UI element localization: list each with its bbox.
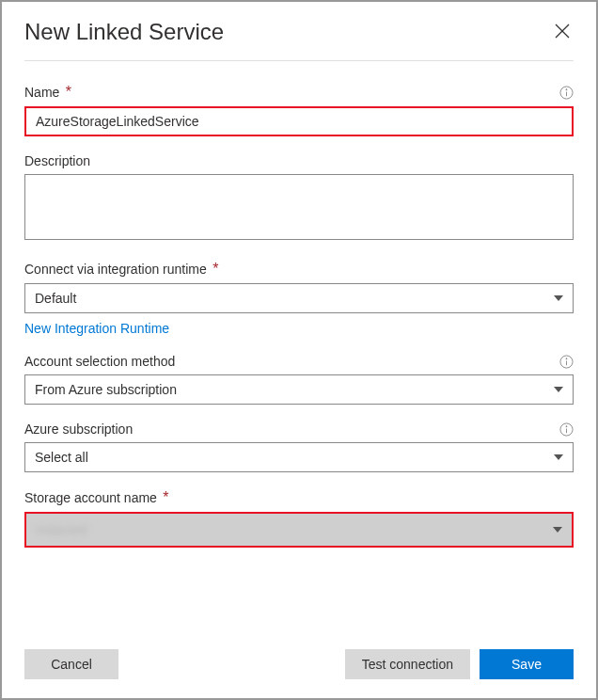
caret-down-icon <box>554 453 563 462</box>
panel-header: New Linked Service <box>24 2 574 61</box>
svg-marker-14 <box>553 527 562 533</box>
subscription-select[interactable]: Select all <box>24 442 574 472</box>
runtime-select[interactable]: Default <box>24 283 574 313</box>
form-body: Name * Description <box>24 61 574 634</box>
info-icon[interactable] <box>559 355 574 369</box>
description-field: Description <box>24 153 574 244</box>
test-connection-button[interactable]: Test connection <box>345 649 470 679</box>
account-method-field: Account selection method From Azure subs… <box>24 354 574 405</box>
svg-point-4 <box>566 88 567 89</box>
storage-account-field: Storage account name * redacted <box>24 489 574 548</box>
name-label: Name <box>24 85 59 100</box>
storage-account-label: Storage account name <box>24 490 157 505</box>
caret-down-icon <box>553 525 562 534</box>
storage-account-value: redacted <box>36 522 87 537</box>
name-input[interactable] <box>24 106 574 136</box>
description-input[interactable] <box>24 174 574 240</box>
new-runtime-link[interactable]: New Integration Runtime <box>24 321 169 336</box>
subscription-label: Azure subscription <box>24 422 133 437</box>
svg-marker-5 <box>554 295 563 301</box>
runtime-field: Connect via integration runtime * Defaul… <box>24 261 574 337</box>
save-button[interactable]: Save <box>480 649 574 679</box>
runtime-value: Default <box>35 291 76 306</box>
required-marker: * <box>66 84 71 100</box>
required-marker: * <box>163 489 168 505</box>
account-method-select[interactable]: From Azure subscription <box>24 374 574 405</box>
name-field: Name * <box>24 84 574 136</box>
runtime-label: Connect via integration runtime <box>24 262 207 277</box>
info-icon[interactable] <box>559 422 574 437</box>
required-marker: * <box>212 261 218 277</box>
caret-down-icon <box>554 385 563 394</box>
svg-point-8 <box>566 358 567 358</box>
storage-account-select[interactable]: redacted <box>24 512 574 548</box>
cancel-button[interactable]: Cancel <box>24 649 118 679</box>
account-method-label: Account selection method <box>24 354 175 369</box>
panel-title: New Linked Service <box>24 19 224 45</box>
subscription-value: Select all <box>35 450 88 465</box>
panel-footer: Cancel Test connection Save <box>24 634 574 698</box>
info-icon[interactable] <box>559 86 574 100</box>
svg-marker-9 <box>554 387 563 392</box>
close-button[interactable] <box>551 20 574 45</box>
description-label: Description <box>24 153 90 168</box>
linked-service-panel: New Linked Service Name * <box>2 2 596 698</box>
account-method-value: From Azure subscription <box>35 382 177 397</box>
close-icon <box>555 27 570 41</box>
svg-point-12 <box>566 425 567 426</box>
subscription-field: Azure subscription Select all <box>24 422 574 472</box>
caret-down-icon <box>554 294 563 303</box>
svg-marker-13 <box>554 454 563 460</box>
